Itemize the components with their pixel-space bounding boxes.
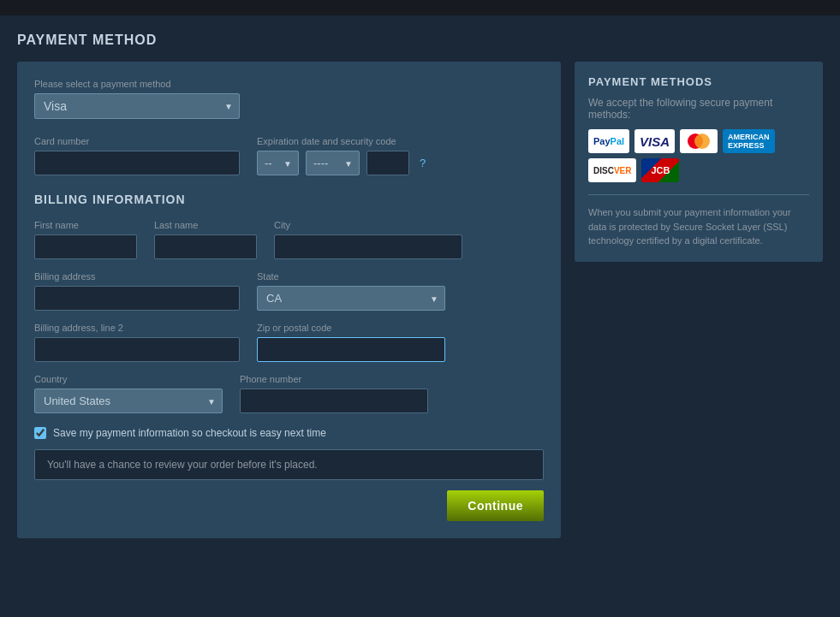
expiry-group: Expiration date and security code -- 010… — [257, 136, 426, 175]
state-select[interactable]: CA NY TX FL WA — [257, 286, 445, 311]
city-label: City — [274, 220, 462, 230]
country-select[interactable]: United States Canada United Kingdom Aust… — [34, 389, 223, 413]
card-number-input[interactable] — [34, 151, 240, 175]
payment-method-select-wrapper: Visa Mastercard PayPal American Express … — [34, 93, 240, 119]
expiry-label: Expiration date and security code — [257, 136, 426, 146]
name-city-row: First name Last name City — [34, 220, 544, 259]
visa-icon: VISA — [634, 129, 675, 153]
right-panel: PAYMENT METHODS We accept the following … — [575, 62, 823, 262]
payment-method-group: Please select a payment method Visa Mast… — [34, 79, 544, 136]
zip-label: Zip or postal code — [257, 323, 445, 333]
country-label: Country — [34, 374, 223, 384]
save-payment-checkbox[interactable] — [34, 427, 46, 439]
first-name-label: First name — [34, 220, 137, 230]
phone-group: Phone number — [240, 374, 428, 413]
expiry-year-select[interactable]: ---- 202420252026 202720282029 2030 — [306, 151, 360, 175]
phone-input[interactable] — [240, 389, 428, 413]
expiry-month-wrapper: -- 010203 040506 070809 101112 ▼ — [257, 151, 299, 175]
expiry-year-wrapper: ---- 202420252026 202720282029 2030 ▼ — [306, 151, 360, 175]
state-select-wrapper: CA NY TX FL WA ▼ — [257, 286, 445, 311]
main-layout: Please select a payment method Visa Mast… — [17, 62, 823, 538]
payment-icons: PayPal VISA AMERICANEXPRESS DISCVER JCB — [588, 129, 809, 182]
continue-button[interactable]: Continue — [447, 490, 544, 521]
country-group: Country United States Canada United King… — [34, 374, 223, 413]
state-label: State — [257, 271, 445, 282]
amex-icon: AMERICANEXPRESS — [723, 129, 775, 153]
last-name-group: Last name — [154, 220, 257, 259]
ssl-text: When you submit your payment information… — [588, 205, 809, 248]
mastercard-icon — [680, 129, 718, 153]
save-payment-label: Save my payment information so checkout … — [53, 427, 326, 439]
first-name-input[interactable] — [34, 234, 137, 259]
zip-input[interactable] — [257, 337, 445, 362]
cvv-hint[interactable]: ? — [420, 157, 426, 169]
svg-point-1 — [694, 133, 710, 149]
billing-address2-label: Billing address, line 2 — [34, 323, 240, 333]
save-checkbox-row: Save my payment information so checkout … — [34, 427, 544, 439]
country-phone-row: Country United States Canada United King… — [34, 374, 544, 413]
last-name-input[interactable] — [154, 234, 257, 259]
continue-row: Continue — [34, 490, 544, 521]
first-name-group: First name — [34, 220, 137, 259]
card-row: Card number Expiration date and security… — [34, 136, 544, 175]
right-panel-subtitle: We accept the following secure payment m… — [588, 97, 809, 121]
phone-label: Phone number — [240, 374, 428, 384]
top-bar — [0, 0, 840, 15]
card-number-label: Card number — [34, 136, 240, 146]
expiry-month-select[interactable]: -- 010203 040506 070809 101112 — [257, 151, 299, 175]
page-title: PAYMENT METHOD — [17, 33, 823, 48]
payment-method-select[interactable]: Visa Mastercard PayPal American Express … — [34, 93, 240, 119]
address2-zip-row: Billing address, line 2 Zip or postal co… — [34, 323, 544, 362]
billing-address2-input[interactable] — [34, 337, 240, 362]
country-select-wrapper: United States Canada United Kingdom Aust… — [34, 389, 223, 413]
state-group: State CA NY TX FL WA ▼ — [257, 271, 445, 311]
billing-address2-group: Billing address, line 2 — [34, 323, 240, 362]
cvv-input[interactable] — [366, 151, 409, 175]
city-input[interactable] — [274, 234, 462, 259]
right-panel-title: PAYMENT METHODS — [588, 75, 809, 88]
divider — [588, 194, 809, 195]
left-panel: Please select a payment method Visa Mast… — [17, 62, 561, 538]
payment-method-label: Please select a payment method — [34, 79, 544, 89]
billing-address-input[interactable] — [34, 286, 240, 311]
discover-icon: DISCVER — [588, 158, 636, 182]
last-name-label: Last name — [154, 220, 257, 230]
city-group: City — [274, 220, 462, 259]
paypal-icon: PayPal — [588, 129, 629, 153]
address-state-row: Billing address State CA NY TX FL WA ▼ — [34, 271, 544, 311]
billing-address-label: Billing address — [34, 271, 240, 282]
card-number-group: Card number — [34, 136, 240, 175]
billing-section-title: BILLING INFORMATION — [34, 193, 544, 206]
review-notice: You'll have a chance to review your orde… — [34, 449, 544, 480]
expiry-row: -- 010203 040506 070809 101112 ▼ ---- — [257, 151, 426, 175]
billing-address-group: Billing address — [34, 271, 240, 311]
zip-group: Zip or postal code — [257, 323, 445, 362]
jcb-icon: JCB — [641, 158, 679, 182]
